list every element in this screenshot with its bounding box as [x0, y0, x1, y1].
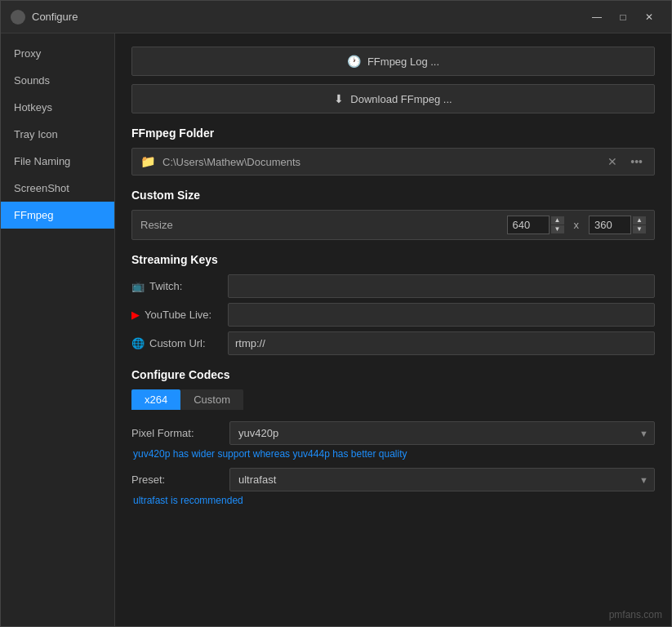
twitch-label: Twitch: [131, 280, 221, 292]
ffmpeg-log-button[interactable]: FFmpeg Log ... [131, 47, 655, 76]
download-ffmpeg-button[interactable]: Download FFmpeg ... [131, 84, 655, 113]
clear-folder-button[interactable]: ✕ [604, 153, 621, 170]
pixel-format-row: Pixel Format: yuv420p yuv444p nv12 ▼ [131, 421, 655, 445]
sidebar-item-screenshot[interactable]: ScreenShot [1, 175, 114, 202]
codecs-tabs: x264 Custom [131, 389, 655, 410]
pixel-format-select[interactable]: yuv420p yuv444p nv12 [229, 421, 655, 445]
folder-icon [140, 154, 156, 169]
height-up-arrow[interactable]: ▲ [633, 216, 646, 225]
width-spinner: ▲ ▼ [507, 216, 564, 234]
main-panel: FFmpeg Log ... Download FFmpeg ... FFmpe… [115, 33, 671, 626]
twitch-row: Twitch: [131, 274, 655, 298]
x-separator: x [571, 219, 583, 231]
height-spinner: ▲ ▼ [589, 216, 646, 234]
download-icon [334, 92, 344, 105]
width-arrows: ▲ ▼ [551, 216, 564, 233]
pixel-format-select-wrap: yuv420p yuv444p nv12 ▼ [229, 421, 655, 445]
sidebar-item-file-naming[interactable]: File Naming [1, 148, 114, 175]
width-input[interactable] [507, 216, 550, 234]
width-down-arrow[interactable]: ▼ [551, 225, 564, 233]
pixel-format-hint: yuv420p has wider support whereas yuv444… [131, 448, 655, 460]
youtube-input[interactable] [228, 303, 655, 327]
sidebar-item-tray-icon[interactable]: Tray Icon [1, 121, 114, 148]
youtube-row: YouTube Live: [131, 303, 655, 327]
preset-select-wrap: ultrafast superfast veryfast faster fast… [229, 468, 655, 491]
title-bar: Configure — □ ✕ [1, 1, 671, 33]
app-icon [11, 10, 25, 24]
history-icon [347, 55, 361, 68]
configure-codecs-title: Configure Codecs [131, 368, 655, 381]
tab-custom[interactable]: Custom [180, 389, 243, 410]
resize-label: Resize [140, 219, 501, 231]
custom-size-title: Custom Size [131, 189, 655, 202]
twitch-input[interactable] [228, 274, 655, 298]
custom-url-label: Custom Url: [131, 337, 221, 349]
watermark: pmfans.com [609, 609, 662, 620]
sidebar-item-proxy[interactable]: Proxy [1, 40, 114, 67]
height-arrows: ▲ ▼ [633, 216, 646, 233]
more-folder-button[interactable]: ••• [627, 153, 646, 170]
ffmpeg-folder-row: C:\Users\Mathew\Documents ✕ ••• [131, 148, 655, 176]
streaming-keys-title: Streaming Keys [131, 253, 655, 266]
preset-row: Preset: ultrafast superfast veryfast fas… [131, 468, 655, 491]
height-input[interactable] [589, 216, 631, 234]
custom-size-row: Resize ▲ ▼ x ▲ ▼ [131, 210, 655, 240]
window-controls: — □ ✕ [585, 6, 661, 29]
tab-x264[interactable]: x264 [131, 389, 180, 410]
streaming-keys-section: Twitch: YouTube Live: Custom Url: [131, 274, 655, 355]
ffmpeg-folder-path: C:\Users\Mathew\Documents [162, 156, 598, 168]
custom-url-row: Custom Url: [131, 331, 655, 355]
maximize-button[interactable]: □ [611, 6, 635, 29]
content-area: Proxy Sounds Hotkeys Tray Icon File Nami… [1, 33, 671, 626]
youtube-label: YouTube Live: [131, 309, 221, 321]
ffmpeg-folder-title: FFmpeg Folder [131, 127, 655, 140]
youtube-icon [131, 309, 140, 321]
sidebar: Proxy Sounds Hotkeys Tray Icon File Nami… [1, 33, 115, 626]
height-down-arrow[interactable]: ▼ [633, 225, 646, 233]
preset-label: Preset: [131, 474, 221, 486]
preset-hint: ultrafast is recommended [131, 495, 655, 506]
custom-url-input[interactable] [228, 331, 655, 355]
twitch-icon [131, 280, 145, 292]
sidebar-item-sounds[interactable]: Sounds [1, 67, 114, 94]
sidebar-item-ffmpeg[interactable]: FFmpeg [1, 202, 114, 229]
width-up-arrow[interactable]: ▲ [551, 216, 564, 225]
preset-select[interactable]: ultrafast superfast veryfast faster fast… [229, 468, 655, 491]
close-button[interactable]: ✕ [637, 6, 661, 29]
sidebar-item-hotkeys[interactable]: Hotkeys [1, 94, 114, 121]
globe-icon [131, 337, 145, 349]
minimize-button[interactable]: — [585, 6, 609, 29]
window-title: Configure [32, 11, 585, 23]
configure-window: Configure — □ ✕ Proxy Sounds Hotkeys Tra… [0, 0, 672, 627]
pixel-format-label: Pixel Format: [131, 427, 221, 439]
